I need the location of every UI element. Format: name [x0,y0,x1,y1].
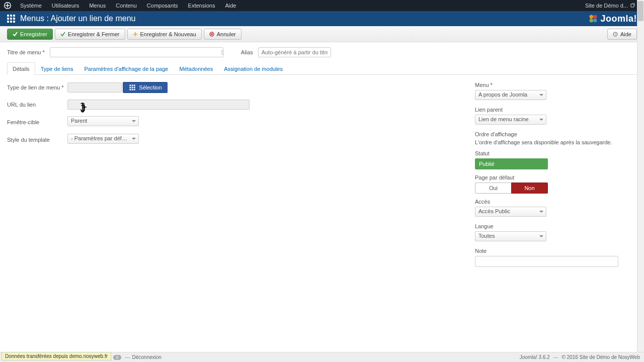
access-label: Accès [475,199,621,205]
question-icon: ? [613,32,618,37]
language-label: Langue [475,223,621,229]
page-title: Menus : Ajouter un lien de menu [20,14,588,23]
list-icon [130,84,135,90]
svg-point-2 [593,15,597,19]
cancel-icon [209,32,214,37]
save-close-button[interactable]: Enregistrer & Fermer [55,29,125,40]
joomla-logo: Joomla! [588,13,637,25]
language-select[interactable]: Toutes [475,231,546,241]
window-scrollbar[interactable] [637,0,644,362]
apply-icon [13,32,18,37]
menu-aide[interactable]: Aide [220,0,241,11]
note-input[interactable] [475,256,618,267]
menu-label: Menu * [475,82,621,88]
menu-title-label: Titre de menu * [7,49,45,55]
menu-extensions[interactable]: Extensions [183,0,220,11]
tab-bar: Détails Type de liens Paramètres d'affic… [7,62,637,75]
ordering-label: Ordre d'affichage [475,131,621,137]
site-name-link[interactable]: Site de Démo d... [580,0,640,11]
alias-input[interactable] [258,47,331,57]
svg-point-4 [593,19,597,23]
select-type-button[interactable]: Sélection [123,82,167,93]
cancel-button[interactable]: Annuler [204,29,242,40]
tab-page-display[interactable]: Paramètres d'affichage de la page [78,62,174,75]
default-yes[interactable]: Oui [475,183,512,194]
menu-utilisateurs[interactable]: Utilisateurs [47,0,84,11]
target-window-label: Fenêtre-cible [7,119,67,125]
input-dropdown-icon[interactable]: ▯ [221,49,224,55]
template-style-select[interactable]: - Paramètres par défaut - [67,134,139,144]
status-label: Statut [475,150,621,156]
menu-menus[interactable]: Menus [84,0,111,11]
menu-composants[interactable]: Composants [142,0,183,11]
page-header: Menus : Ajouter un lien de menu Joomla! [0,11,644,26]
link-url-label: URL du lien [7,102,67,108]
template-style-label: Style du template [7,137,67,143]
default-page-label: Page par défaut [475,174,621,180]
tab-module-assignment[interactable]: Assignation de modules [218,62,288,75]
svg-text:?: ? [614,33,616,36]
ordering-help-text: L'ordre d'affichage sera disponible aprè… [475,139,621,145]
parent-item-label: Lien parent [475,107,621,113]
link-url-field [67,100,250,110]
menu-select[interactable]: A propos de Joomla [475,90,546,100]
access-select[interactable]: Accès Public [475,207,546,217]
alias-label: Alias [241,49,253,55]
joomla-icon [4,2,11,9]
title-row: Titre de menu * ▯ Alias [0,42,644,59]
svg-point-3 [590,19,594,23]
note-label: Note [475,248,621,254]
save-new-button[interactable]: Enregistrer & Nouveau [127,29,202,40]
default-page-toggle[interactable]: Oui Non [475,183,548,194]
action-toolbar: Enregistrer Enregistrer & Fermer Enregis… [0,26,644,42]
form-side-column: Menu * A propos de Joomla Lien parent Li… [475,82,621,272]
plus-icon [133,32,138,37]
menu-item-type-field [67,82,122,93]
logout-link[interactable]: Déconnexion [132,354,162,360]
default-no[interactable]: Non [511,183,548,194]
menu-systeme[interactable]: Système [15,0,47,11]
external-link-icon [630,3,635,8]
tab-linktype[interactable]: Type de liens [35,62,79,75]
menu-contenu[interactable]: Contenu [111,0,142,11]
menu-title-input[interactable] [50,47,223,57]
joomla-version: Joomla! 3.6.2 [520,354,550,360]
parent-item-select[interactable]: Lien de menu racine [475,115,546,125]
save-button[interactable]: Enregistrer [7,29,53,40]
tab-details[interactable]: Détails [7,62,35,75]
copyright: © 2016 Site de Démo de NosyWeb [561,354,640,360]
loading-tooltip: Données transférées depuis demo.nosyweb.… [2,352,111,360]
form-main-column: Type de lien de menu * Sélection URL du … [7,82,460,272]
tab-metadata[interactable]: Métadonnées [174,62,218,75]
svg-point-1 [590,15,594,19]
list-icon [7,15,15,23]
help-button[interactable]: ? Aide [607,29,637,40]
check-icon [60,32,65,37]
admin-menubar: Système Utilisateurs Menus Contenu Compo… [0,0,644,11]
menu-item-type-label: Type de lien de menu * [7,84,67,90]
target-window-select[interactable]: Parent [67,116,139,126]
messages-badge: 0 [113,355,121,360]
status-value[interactable]: Publié [475,158,548,169]
